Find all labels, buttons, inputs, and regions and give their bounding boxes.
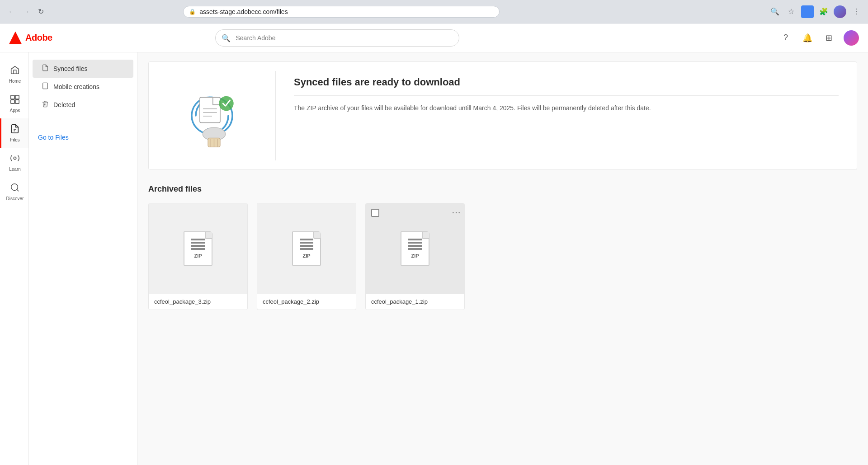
files-grid: ZIP ccfeol_package_3.zip [148, 203, 857, 310]
file-card-thumb-pkg2: ZIP [257, 203, 356, 294]
synced-banner: Synced files are ready to download The Z… [148, 61, 857, 170]
synced-files-label: Synced files [53, 65, 87, 72]
banner-illustration [149, 62, 275, 169]
zip-label-pkg2: ZIP [302, 253, 310, 258]
back-button[interactable]: ← [5, 5, 18, 18]
learn-icon [10, 153, 20, 165]
archived-section-title: Archived files [148, 184, 857, 194]
notifications-button[interactable]: 🔔 [800, 31, 815, 45]
bookmark-button[interactable]: ☆ [785, 5, 797, 18]
sidebar-item-discover[interactable]: Discover [0, 177, 28, 207]
mobile-creations-icon [42, 82, 49, 91]
search-bar[interactable]: 🔍 [215, 29, 459, 47]
archived-section: Archived files [148, 184, 857, 310]
file-sidebar: Synced files Mobile creations [29, 52, 137, 465]
url-text: assets-stage.adobecc.com/files [199, 8, 288, 15]
synced-files-icon [42, 64, 49, 73]
file-card-pkg1[interactable]: ZIP ⋯ ccfeol_package_1.zip [365, 203, 465, 310]
browser-profile-avatar[interactable] [834, 5, 846, 18]
zoom-button[interactable]: 🔍 [769, 5, 781, 18]
apps-icon [10, 94, 20, 106]
svg-rect-1 [15, 95, 19, 99]
banner-description: The ZIP archive of your files will be av… [294, 103, 839, 113]
sidebar-item-home[interactable]: Home [0, 60, 28, 89]
svg-point-7 [11, 184, 18, 191]
adobe-logo-icon [9, 32, 22, 44]
file-card-pkg2[interactable]: ZIP ccfeol_package_2.zip [257, 203, 356, 310]
main-layout: Home Apps [0, 52, 868, 465]
file-card-checkbox-pkg1[interactable] [371, 209, 379, 217]
sidebar-item-files-label: Files [10, 137, 19, 142]
home-icon [10, 65, 20, 77]
forward-button[interactable]: → [20, 5, 33, 18]
svg-point-6 [14, 157, 16, 160]
top-header: Adobe 🔍 ? 🔔 ⊞ [0, 23, 868, 52]
svg-rect-2 [11, 100, 14, 103]
file-card-pkg3[interactable]: ZIP ccfeol_package_3.zip [148, 203, 248, 310]
file-card-name-pkg3: ccfeol_package_3.zip [149, 294, 247, 310]
lock-icon: 🔒 [189, 9, 196, 15]
adobe-wordmark: Adobe [25, 33, 52, 43]
sidebar-item-apps[interactable]: Apps [0, 89, 28, 118]
files-icon [10, 124, 20, 136]
zip-icon-pkg3: ZIP [180, 228, 216, 269]
user-avatar[interactable] [844, 30, 859, 46]
address-bar[interactable]: 🔒 assets-stage.adobecc.com/files [183, 6, 500, 18]
file-card-thumb-pkg3: ZIP [149, 203, 247, 294]
nav-mobile-creations[interactable]: Mobile creations [33, 78, 133, 96]
zip-icon-pkg2: ZIP [288, 228, 325, 269]
app-container: Adobe 🔍 ? 🔔 ⊞ Home [0, 23, 868, 465]
search-input[interactable] [215, 29, 459, 47]
svg-line-8 [17, 189, 19, 191]
zip-label-pkg1: ZIP [411, 253, 419, 258]
deleted-label: Deleted [53, 101, 75, 108]
banner-content: Synced files are ready to download The Z… [276, 62, 857, 169]
browser-right-icons: 🔍 ☆ 🧩 ⋮ [769, 5, 863, 18]
file-card-thumb-pkg1: ZIP ⋯ [366, 203, 464, 294]
browser-chrome: ← → ↻ 🔒 assets-stage.adobecc.com/files 🔍… [0, 0, 868, 23]
main-content: Synced files are ready to download The Z… [137, 52, 868, 465]
deleted-icon [42, 100, 49, 109]
nav-synced-files[interactable]: Synced files [33, 60, 133, 78]
discover-icon [10, 183, 20, 194]
sync-illustration [171, 75, 253, 156]
browser-nav-buttons: ← → ↻ [5, 5, 47, 18]
extensions-button[interactable]: 🧩 [817, 5, 830, 18]
adobe-logo[interactable]: Adobe [9, 32, 52, 44]
help-button[interactable]: ? [778, 31, 793, 45]
header-right: ? 🔔 ⊞ [778, 30, 859, 46]
sidebar-item-learn[interactable]: Learn [0, 148, 28, 177]
apps-grid-button[interactable]: ⊞ [822, 31, 836, 45]
extension-icon[interactable] [801, 5, 814, 18]
go-to-files-link[interactable]: Go to Files [29, 125, 137, 150]
file-card-name-pkg1: ccfeol_package_1.zip [366, 294, 464, 310]
zip-label-pkg3: ZIP [194, 253, 202, 258]
icon-sidebar: Home Apps [0, 52, 29, 465]
reload-button[interactable]: ↻ [34, 5, 47, 18]
sidebar-item-learn-label: Learn [9, 167, 21, 172]
sidebar-item-home-label: Home [9, 79, 21, 84]
browser-menu-button[interactable]: ⋮ [850, 5, 863, 18]
svg-rect-11 [200, 98, 220, 123]
banner-title: Synced files are ready to download [294, 76, 839, 96]
sidebar-item-discover-label: Discover [6, 196, 24, 201]
sidebar-item-files[interactable]: Files [0, 118, 28, 148]
svg-rect-0 [11, 95, 14, 99]
svg-rect-3 [15, 100, 19, 103]
sidebar-item-apps-label: Apps [10, 108, 20, 113]
file-card-name-pkg2: ccfeol_package_2.zip [257, 294, 356, 310]
more-options-button-pkg1[interactable]: ⋯ [452, 207, 461, 218]
search-icon: 🔍 [222, 33, 231, 42]
mobile-creations-label: Mobile creations [53, 83, 99, 90]
svg-point-15 [219, 96, 233, 111]
zip-icon-pkg1: ZIP [397, 228, 433, 269]
nav-deleted[interactable]: Deleted [33, 96, 133, 114]
